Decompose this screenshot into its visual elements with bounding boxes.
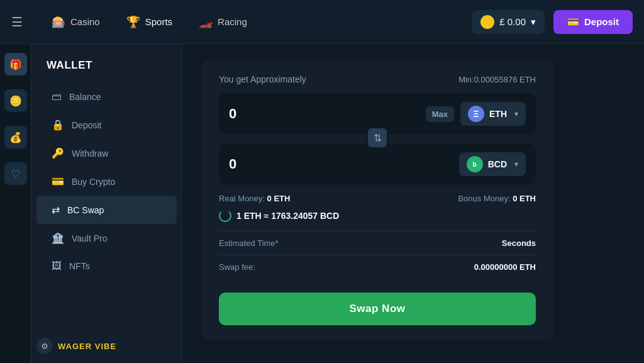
wallet-menu-balance[interactable]: 🗃 Balance — [36, 83, 177, 111]
deposit-icon: 💳 — [567, 16, 579, 28]
money-row: Real Money: 0 ETH Bonus Money: 0 ETH — [219, 194, 536, 203]
swap-min-label: Min:0.00055876 ETH — [458, 75, 536, 84]
swap-now-button[interactable]: Swap Now — [219, 293, 536, 325]
balance-menu-icon: 🗃 — [52, 91, 62, 103]
side-icon-coin2[interactable]: 💰 — [4, 126, 27, 148]
nav-items: 🎰 Casino 🏆 Sports 🏎️ Racing — [40, 10, 472, 34]
side-icon-heart[interactable]: ♡ — [4, 162, 27, 185]
estimated-time-row: Estimated Time* Seconds — [219, 231, 536, 255]
swap-to-input-row: 0 b BCD ▾ — [219, 143, 536, 185]
wallet-menu-deposit[interactable]: 🔒 Deposit — [36, 111, 177, 139]
nfts-label: NFTs — [69, 261, 90, 271]
withdraw-menu-label: Withdraw — [72, 148, 108, 159]
swap-arrows-icon: ⇅ — [374, 132, 382, 144]
swap-approx-label: You get Approximately — [219, 74, 306, 84]
casino-icon: 🎰 — [52, 15, 65, 29]
to-coin-label: BCD — [488, 159, 507, 169]
balance-coin-icon — [480, 15, 494, 29]
racing-icon: 🏎️ — [199, 15, 213, 29]
nfts-icon: 🖼 — [52, 260, 62, 272]
wallet-menu-bc-swap[interactable]: ⇄ BC Swap — [36, 196, 177, 224]
nav-label-sports: Sports — [145, 16, 172, 27]
nav-item-casino[interactable]: 🎰 Casino — [40, 10, 111, 34]
withdraw-menu-icon: 🔑 — [52, 147, 64, 159]
swap-from-right: Max Ξ ETH ▾ — [426, 102, 526, 126]
brand-name: WAGER VIBE — [58, 342, 116, 351]
swap-from-value: 0 — [229, 106, 236, 122]
brand-logo-symbol: ⊙ — [42, 342, 48, 350]
swap-direction-button[interactable]: ⇅ — [367, 127, 388, 148]
side-icon-coins[interactable]: 🪙 — [4, 89, 27, 112]
balance-button[interactable]: £ 0.00 ▾ — [472, 10, 545, 34]
deposit-label: Deposit — [584, 16, 619, 27]
sports-icon: 🏆 — [126, 15, 140, 29]
from-coin-selector[interactable]: Ξ ETH ▾ — [460, 102, 526, 126]
swap-approx-row: You get Approximately Min:0.00055876 ETH — [219, 74, 536, 84]
deposit-menu-label: Deposit — [72, 120, 101, 130]
wallet-menu-withdraw[interactable]: 🔑 Withdraw — [36, 139, 177, 167]
nav-right: £ 0.00 ▾ 💳 Deposit — [472, 10, 633, 34]
swap-card: You get Approximately Min:0.00055876 ETH… — [201, 59, 553, 340]
swap-to-right: b BCD ▾ — [459, 152, 526, 176]
balance-menu-label: Balance — [69, 92, 101, 102]
wallet-title: WALLET — [31, 59, 182, 83]
bcd-coin-icon: b — [467, 156, 483, 172]
real-money-label: Real Money: 0 ETH — [219, 194, 290, 203]
estimated-time-label: Estimated Time* — [219, 238, 279, 248]
brand-logo-icon: ⊙ — [36, 338, 53, 354]
deposit-menu-icon: 🔒 — [52, 119, 64, 131]
rate-refresh-icon — [219, 209, 231, 222]
wallet-menu-vault-pro[interactable]: 🏦 Vault Pro — [36, 224, 177, 252]
wallet-panel: WALLET 🗃 Balance 🔒 Deposit 🔑 Withdraw 💳 … — [31, 44, 182, 363]
hamburger-menu[interactable]: ☰ — [11, 14, 23, 30]
exchange-rate-text: 1 ETH ≈ 1763.24057 BCD — [236, 211, 339, 221]
swap-fee-value: 0.00000000 ETH — [474, 262, 536, 272]
balance-value: £ 0.00 — [499, 16, 526, 27]
brand-logo-area: ⊙ WAGER VIBE — [36, 338, 116, 354]
bonus-money-label: Bonus Money: 0 ETH — [458, 194, 536, 203]
side-icons: 🎁 🪙 💰 ♡ — [0, 44, 31, 363]
from-coin-label: ETH — [489, 109, 507, 119]
wallet-menu-nfts[interactable]: 🖼 NFTs — [36, 252, 177, 280]
swap-fee-label: Swap fee: — [219, 262, 255, 272]
main-layout: 🎁 🪙 💰 ♡ WALLET 🗃 Balance 🔒 Deposit 🔑 Wit… — [0, 44, 644, 363]
nav-item-racing[interactable]: 🏎️ Racing — [187, 10, 258, 34]
vault-pro-label: Vault Pro — [72, 233, 108, 243]
to-coin-chevron-icon: ▾ — [514, 160, 518, 169]
buy-crypto-icon: 💳 — [52, 176, 64, 187]
bc-swap-icon: ⇄ — [52, 204, 60, 216]
balance-chevron-icon: ▾ — [531, 16, 536, 28]
exchange-rate-row: 1 ETH ≈ 1763.24057 BCD — [219, 209, 536, 222]
to-coin-selector[interactable]: b BCD ▾ — [459, 152, 526, 176]
top-navigation: ☰ 🎰 Casino 🏆 Sports 🏎️ Racing £ 0.00 ▾ 💳… — [0, 0, 644, 44]
main-content: You get Approximately Min:0.00055876 ETH… — [182, 44, 644, 363]
deposit-button[interactable]: 💳 Deposit — [553, 10, 633, 34]
nav-item-sports[interactable]: 🏆 Sports — [115, 10, 184, 34]
vault-pro-icon: 🏦 — [52, 232, 64, 244]
bc-swap-label: BC Swap — [67, 205, 104, 215]
swap-fee-row: Swap fee: 0.00000000 ETH — [219, 255, 536, 279]
real-money-value: 0 ETH — [267, 194, 291, 203]
from-coin-chevron-icon: ▾ — [514, 109, 518, 118]
nav-label-casino: Casino — [70, 16, 100, 27]
max-button[interactable]: Max — [426, 106, 454, 122]
side-icon-gift[interactable]: 🎁 — [4, 53, 27, 75]
nav-label-racing: Racing — [218, 16, 247, 27]
swap-to-value: 0 — [229, 156, 236, 172]
bonus-money-value: 0 ETH — [513, 194, 536, 203]
eth-coin-icon: Ξ — [468, 106, 484, 122]
estimated-time-value: Seconds — [502, 238, 536, 248]
wallet-menu-buy-crypto[interactable]: 💳 Buy Crypto — [36, 167, 177, 196]
buy-crypto-label: Buy Crypto — [72, 177, 115, 187]
